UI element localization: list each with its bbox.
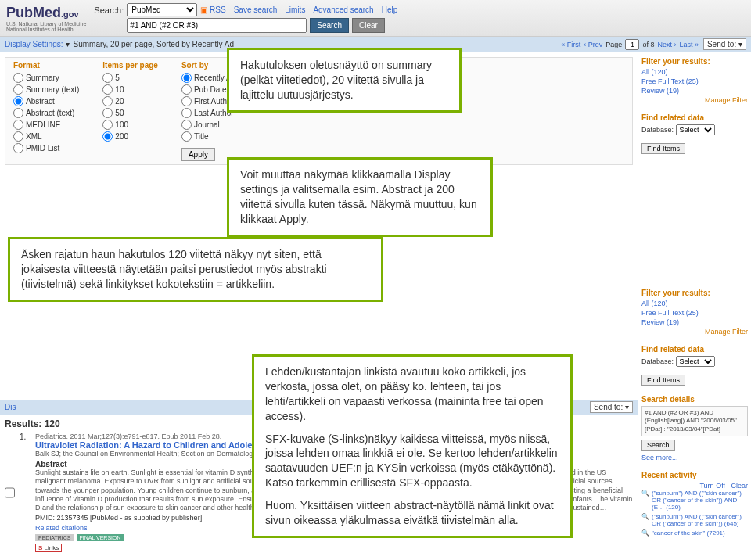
publisher-tag[interactable]: PEDIATRICS bbox=[35, 534, 74, 541]
search-label: Search: bbox=[94, 5, 124, 15]
display-settings-toggle-2[interactable]: Dis bbox=[5, 403, 16, 411]
sort-title[interactable] bbox=[181, 131, 192, 142]
format-xml[interactable] bbox=[13, 131, 23, 142]
related-title-2: Find related data bbox=[641, 345, 748, 354]
callout-3: Äsken rajatun haun hakutulos 120 viitett… bbox=[8, 237, 383, 302]
sidebar: Filter your results: All (120) Free Full… bbox=[638, 52, 751, 560]
turn-off-link[interactable]: Turn Off bbox=[699, 482, 725, 490]
format-medline[interactable] bbox=[13, 120, 23, 130]
items-10[interactable] bbox=[102, 84, 113, 95]
filter-title-2: Filter your results: bbox=[641, 289, 748, 297]
sort-recently-added[interactable] bbox=[181, 73, 192, 83]
recent-activity-title: Recent activity bbox=[641, 471, 748, 479]
items-20[interactable] bbox=[102, 96, 113, 106]
rss-icon: ▣ bbox=[200, 5, 207, 14]
search-details-box: #1 AND (#2 OR #3) AND (English[lang]) AN… bbox=[641, 406, 748, 436]
search-button[interactable]: Search bbox=[310, 18, 349, 33]
search-icon: 🔍 bbox=[641, 529, 649, 537]
display-summary: Summary, 20 per page, Sorted by Recently… bbox=[73, 40, 233, 48]
slinks-button[interactable]: S Links bbox=[35, 544, 62, 552]
db-select[interactable]: Select bbox=[676, 124, 715, 135]
last-page-link[interactable]: Last » bbox=[679, 41, 699, 48]
filter-all-2[interactable]: All (120) bbox=[641, 300, 748, 307]
clear-recent-link[interactable]: Clear bbox=[731, 482, 748, 490]
find-items-button[interactable]: Find Items bbox=[641, 143, 685, 154]
page-input[interactable] bbox=[625, 39, 639, 50]
recent-item-0[interactable]: ("sunburn") AND (("skin cancer") OR ("ca… bbox=[652, 490, 748, 511]
search-icon: 🔍 bbox=[641, 513, 649, 520]
filter-review-2[interactable]: Review (19) bbox=[641, 318, 748, 326]
filter-title: Filter your results: bbox=[641, 57, 748, 66]
items-100[interactable] bbox=[102, 120, 113, 130]
pager: « First ‹ Prev Page of 8 Next › Last » bbox=[561, 39, 699, 50]
items-200[interactable] bbox=[102, 131, 113, 142]
content: Format Summary Summary (text) Abstract A… bbox=[0, 52, 638, 560]
callout-1: Hakutuloksen oletusnäyttö on summary (pe… bbox=[227, 48, 462, 113]
filter-free-full-text-2[interactable]: Free Full Text (25) bbox=[641, 309, 748, 317]
find-items-button-2[interactable]: Find Items bbox=[641, 375, 685, 386]
db-select-2[interactable]: Select bbox=[676, 356, 715, 367]
send-to-dropdown-2[interactable]: Send to: ▾ bbox=[590, 401, 633, 413]
format-abstract[interactable] bbox=[13, 96, 23, 106]
result-checkbox[interactable] bbox=[5, 433, 15, 552]
callout-4: Lehden/kustantajan linkistä avautuu koko… bbox=[252, 354, 573, 538]
help-link[interactable]: Help bbox=[382, 5, 398, 14]
details-search-button[interactable]: Search bbox=[641, 440, 675, 451]
chevron-down-icon: ▾ bbox=[66, 40, 70, 48]
format-summary-text[interactable] bbox=[13, 84, 23, 95]
recent-item-1[interactable]: ("sunburn") AND (("skin cancer") OR ("ca… bbox=[652, 513, 748, 527]
apply-button[interactable]: Apply bbox=[181, 148, 215, 161]
search-db-select[interactable]: PubMed bbox=[127, 3, 197, 16]
sort-first-author[interactable] bbox=[181, 96, 192, 106]
final-version-tag[interactable]: FINAL VERSION bbox=[77, 534, 124, 541]
recent-item-2[interactable]: "cancer of the skin" (7291) bbox=[652, 529, 725, 537]
format-abstract-text[interactable] bbox=[13, 108, 23, 118]
manage-filter-link[interactable]: Manage Filter bbox=[705, 96, 748, 104]
rss-link[interactable]: ▣ RSS bbox=[200, 5, 225, 14]
search-details-title: Search details bbox=[641, 395, 748, 404]
result-title-link[interactable]: Ultraviolet Radiation: A Hazard to Child… bbox=[35, 440, 282, 450]
clear-button[interactable]: Clear bbox=[352, 18, 385, 33]
sort-journal[interactable] bbox=[181, 120, 192, 130]
see-more-link[interactable]: See more... bbox=[641, 454, 748, 461]
logo: PubMed.gov U.S. National Library of Medi… bbox=[6, 5, 86, 32]
items-header: Items per page bbox=[102, 61, 158, 70]
result-number: 1. bbox=[20, 433, 31, 552]
search-icon: 🔍 bbox=[641, 490, 649, 497]
format-pmid-list[interactable] bbox=[13, 143, 23, 153]
prev-page-link[interactable]: ‹ Prev bbox=[584, 41, 602, 48]
items-50[interactable] bbox=[102, 108, 113, 118]
format-summary[interactable] bbox=[13, 73, 23, 83]
save-search-link[interactable]: Save search bbox=[234, 5, 278, 14]
search-area: Search: PubMed ▣ RSS Save search Limits … bbox=[94, 3, 397, 33]
items-5[interactable] bbox=[102, 73, 113, 83]
search-input[interactable] bbox=[127, 18, 307, 33]
manage-filter-link-2[interactable]: Manage Filter bbox=[705, 328, 748, 336]
related-title: Find related data bbox=[641, 113, 748, 122]
send-to-dropdown[interactable]: Send to: ▾ bbox=[703, 38, 746, 50]
advanced-search-link[interactable]: Advanced search bbox=[313, 5, 373, 14]
db-label: Database: bbox=[641, 126, 674, 134]
callout-2: Voit muuttaa näkymää klikkaamalla Displa… bbox=[227, 157, 493, 237]
next-page-link[interactable]: Next › bbox=[657, 41, 676, 48]
format-header: Format bbox=[13, 61, 79, 70]
first-page-link[interactable]: « First bbox=[561, 41, 580, 48]
filter-review[interactable]: Review (19) bbox=[641, 87, 748, 95]
header: PubMed.gov U.S. National Library of Medi… bbox=[0, 0, 751, 37]
db-label-2: Database: bbox=[641, 357, 674, 365]
filter-free-full-text[interactable]: Free Full Text (25) bbox=[641, 77, 748, 85]
filter-all[interactable]: All (120) bbox=[641, 68, 748, 76]
display-settings-toggle[interactable]: Display Settings: bbox=[5, 40, 63, 48]
sort-pub-date[interactable] bbox=[181, 84, 192, 95]
sort-last-author[interactable] bbox=[181, 108, 192, 118]
limits-link[interactable]: Limits bbox=[285, 5, 305, 14]
s-icon: S bbox=[38, 544, 42, 551]
